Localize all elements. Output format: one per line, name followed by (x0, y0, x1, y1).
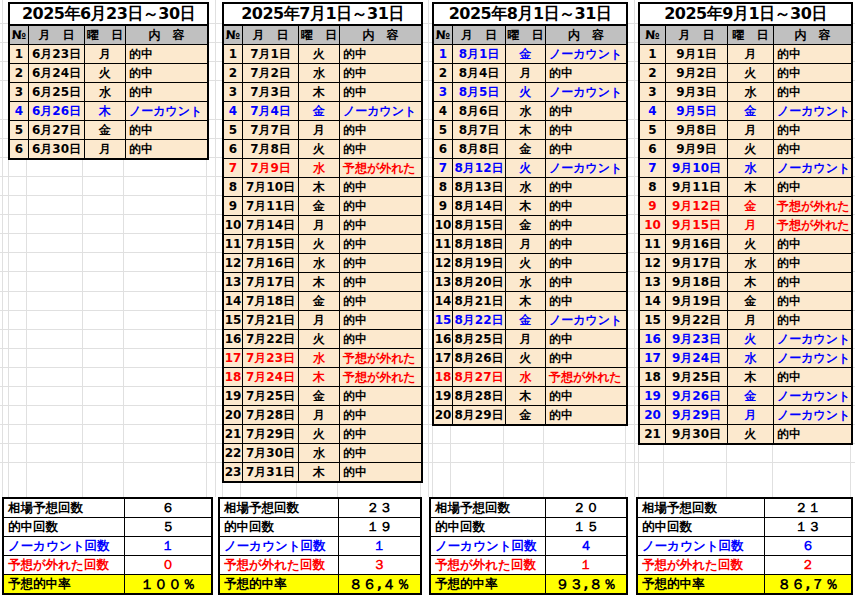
cell-no: 22 (224, 444, 242, 462)
summary-label: 予想が外れた回数 (638, 556, 764, 574)
cell-date: 9月17日 (665, 254, 727, 272)
table-row: 187月24日木予想が外れた (224, 367, 421, 386)
cell-no: 8 (640, 178, 665, 196)
cell-day: 木 (84, 102, 125, 120)
header-date: 月 日 (665, 26, 727, 44)
summary-row-hit: 的中回数１９ (220, 517, 420, 536)
cell-no: 8 (434, 178, 452, 196)
summary-label: 予想的中率 (4, 575, 124, 593)
summary-row-total: 相場予想回数２１ (638, 499, 851, 517)
cell-date: 8月18日 (452, 235, 505, 253)
header-no: № (10, 26, 28, 44)
cell-no: 5 (10, 121, 28, 139)
cell-no: 1 (224, 45, 242, 63)
cell-content: 的中 (545, 406, 626, 424)
cell-day: 金 (298, 292, 339, 310)
cell-no: 13 (640, 273, 665, 291)
cell-content: 的中 (773, 235, 851, 253)
summary-label: 的中回数 (431, 518, 545, 536)
cell-no: 9 (224, 197, 242, 215)
cell-day: 金 (298, 102, 339, 120)
header-no: № (224, 26, 242, 44)
cell-no: 15 (224, 311, 242, 329)
cell-day: 火 (505, 254, 545, 272)
gridline-vertical (82, 160, 83, 497)
table-row: 137月17日木的中 (224, 272, 421, 291)
cell-day: 火 (298, 45, 339, 63)
cell-no: 4 (434, 102, 452, 120)
summary-row-total: 相場予想回数２３ (220, 499, 420, 517)
summary-label: 予想が外れた回数 (220, 556, 338, 574)
cell-no: 1 (640, 45, 665, 63)
header-day: 曜 日 (84, 26, 125, 44)
cell-no: 16 (640, 330, 665, 348)
cell-date: 9月1日 (665, 45, 727, 63)
cell-date: 7月22日 (242, 330, 298, 348)
table-row: 16月23日月的中 (10, 44, 207, 63)
summary-row-hit: 的中回数１３ (638, 517, 851, 536)
cell-day: 水 (727, 254, 773, 272)
table-row: 199月26日金ノーカウント (640, 386, 851, 405)
cell-date: 7月16日 (242, 254, 298, 272)
cell-content: 的中 (545, 235, 626, 253)
cell-day: 水 (84, 83, 125, 101)
header-day: 曜 日 (727, 26, 773, 44)
table-row: 47月4日金ノーカウント (224, 101, 421, 120)
cell-content: 的中 (339, 83, 421, 101)
summary-label: ノーカウント回数 (431, 537, 545, 555)
cell-date: 7月21日 (242, 311, 298, 329)
cell-day: 金 (505, 140, 545, 158)
cell-no: 5 (640, 121, 665, 139)
table-row: 48月6日水的中 (434, 101, 626, 120)
cell-day: 月 (505, 64, 545, 82)
cell-day: 水 (727, 83, 773, 101)
cell-content: 予想が外れた (545, 368, 626, 386)
cell-day: 火 (505, 159, 545, 177)
cell-day: 火 (727, 425, 773, 443)
cell-no: 4 (640, 102, 665, 120)
cell-day: 火 (298, 140, 339, 158)
gridline-vertical (625, 426, 626, 497)
cell-content: 的中 (773, 140, 851, 158)
cell-date: 8月29日 (452, 406, 505, 424)
cell-content: 的中 (773, 64, 851, 82)
table-row: 66月30日月的中 (10, 139, 207, 158)
summary-value: ８６,４％ (338, 575, 420, 593)
table-row: 158月22日金ノーカウント (434, 310, 626, 329)
cell-day: 月 (84, 45, 125, 63)
cell-content: 的中 (125, 83, 207, 101)
cell-content: 的中 (545, 64, 626, 82)
cell-content: 的中 (545, 197, 626, 215)
summary-label: 予想的中率 (431, 575, 545, 593)
cell-day: 木 (505, 197, 545, 215)
cell-date: 7月7日 (242, 121, 298, 139)
table-row: 108月15日金的中 (434, 215, 626, 234)
cell-no: 14 (640, 292, 665, 310)
summary-value: ２０ (545, 499, 626, 517)
cell-content: 的中 (545, 273, 626, 291)
header-date: 月 日 (28, 26, 84, 44)
summary-value: ９３,８％ (545, 575, 626, 593)
summary-row-nocount: ノーカウント回数１ (220, 536, 420, 555)
cell-no: 12 (434, 254, 452, 272)
table-row: 177月23日水予想が外れた (224, 348, 421, 367)
summary-label: ノーカウント回数 (4, 537, 124, 555)
cell-no: 9 (434, 197, 452, 215)
table-row: 129月17日水的中 (640, 253, 851, 272)
cell-date: 7月8日 (242, 140, 298, 158)
cell-date: 7月24日 (242, 368, 298, 386)
gridline-vertical (772, 445, 773, 497)
table-row: 78月12日火ノーカウント (434, 158, 626, 177)
table-header-row: №月 日曜 日内 容 (434, 26, 626, 44)
summary-value: ８６,７％ (764, 575, 851, 593)
cell-date: 7月9日 (242, 159, 298, 177)
table-row: 178月26日火的中 (434, 348, 626, 367)
cell-day: 水 (505, 102, 545, 120)
summary-row-miss: 予想が外れた回数１ (431, 555, 626, 574)
cell-content: 的中 (545, 292, 626, 310)
cell-day: 水 (298, 444, 339, 462)
cell-day: 火 (727, 140, 773, 158)
gridline-vertical (420, 483, 421, 497)
summary-row-nocount: ノーカウント回数６ (638, 536, 851, 555)
cell-no: 19 (224, 387, 242, 405)
